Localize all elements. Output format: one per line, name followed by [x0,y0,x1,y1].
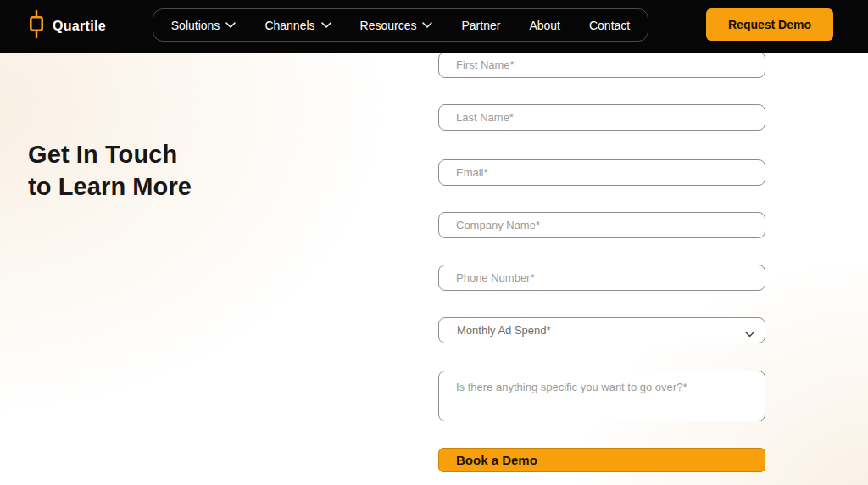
nav-item-resources[interactable]: Resources [360,19,433,32]
chevron-down-icon [321,22,331,28]
nav-item-channels[interactable]: Channels [264,19,331,32]
first-name-input[interactable] [438,52,765,78]
candlestick-logo-icon [27,10,46,42]
page-title-line1: Get In Touch [28,141,177,168]
nav-item-label: Channels [264,19,314,32]
book-a-demo-button[interactable]: Book a Demo [438,448,765,472]
nav-item-label: About [529,19,560,32]
chevron-down-icon [422,22,432,28]
message-textarea[interactable] [438,371,765,421]
nav-item-about[interactable]: About [529,19,560,32]
top-navigation-bar: Quartile Solutions Channels Resources [0,0,868,53]
monthly-ad-spend-select-wrap: Monthly Ad Spend* [438,317,765,343]
page-title: Get In Touch to Learn More [28,138,192,203]
company-name-input[interactable] [438,212,765,238]
nav-item-label: Partner [461,19,500,32]
nav-item-label: Solutions [171,19,220,32]
email-input[interactable] [438,159,765,186]
phone-number-input[interactable] [438,265,765,291]
nav-item-solutions[interactable]: Solutions [171,19,236,32]
nav-menu: Solutions Channels Resources Partner [153,8,648,42]
brand-logo[interactable]: Quartile [27,0,106,53]
request-demo-button[interactable]: Request Demo [706,8,833,41]
page-title-line2: to Learn More [28,173,192,200]
nav-item-label: Contact [589,19,630,32]
chevron-down-icon [225,22,236,28]
last-name-input[interactable] [438,104,765,131]
nav-item-label: Resources [360,19,417,32]
monthly-ad-spend-select[interactable]: Monthly Ad Spend* [438,317,765,343]
brand-wordmark: Quartile [53,19,106,34]
contact-page: Quartile Solutions Channels Resources [0,0,868,485]
nav-item-contact[interactable]: Contact [589,19,630,32]
nav-item-partner[interactable]: Partner [461,19,500,32]
